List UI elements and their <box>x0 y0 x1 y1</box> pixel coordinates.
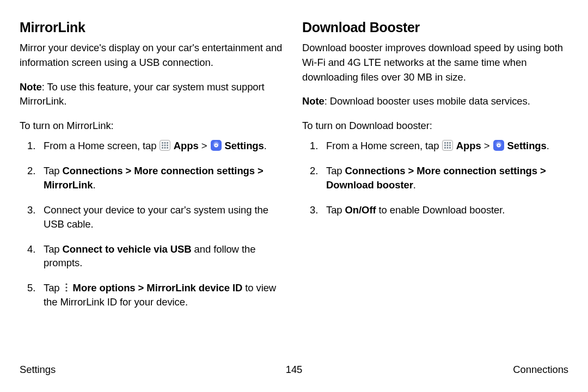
svg-point-11 <box>65 290 67 292</box>
svg-point-14 <box>450 142 451 144</box>
svg-point-5 <box>167 145 169 146</box>
svg-point-2 <box>167 142 169 144</box>
svg-point-7 <box>164 147 166 149</box>
svg-point-19 <box>447 147 449 149</box>
note-text: : To use this feature, your car system m… <box>20 81 265 107</box>
svg-point-13 <box>447 142 449 144</box>
page-number: 145 <box>286 364 303 376</box>
page-footer: Settings 145 Connections <box>20 364 568 376</box>
mirrorlink-intro: Mirror your device's display on your car… <box>20 41 286 70</box>
step-5: Tap More options > MirrorLink device ID … <box>20 281 286 309</box>
apps-icon <box>442 140 453 151</box>
settings-label: Settings <box>222 140 264 151</box>
download-booster-section: Download Booster Download booster improv… <box>302 20 568 320</box>
step-1: From a Home screen, tap Apps > Settings. <box>20 139 286 153</box>
apps-label: Apps <box>171 140 198 151</box>
more-options-icon <box>63 282 70 293</box>
svg-point-3 <box>162 145 164 146</box>
settings-icon <box>211 140 222 151</box>
step-4-action: Connect to vehicle via USB <box>63 243 192 255</box>
svg-point-17 <box>450 145 451 146</box>
svg-point-16 <box>447 145 449 146</box>
download-booster-steps: From a Home screen, tap Apps > Settings.… <box>302 139 568 217</box>
step-3: Connect your device to your car's system… <box>20 203 286 231</box>
svg-point-0 <box>162 142 164 144</box>
mirrorlink-steps: From a Home screen, tap Apps > Settings.… <box>20 139 286 309</box>
footer-left: Settings <box>20 364 56 376</box>
svg-point-10 <box>65 287 67 289</box>
svg-point-6 <box>162 147 164 149</box>
mirrorlink-section: MirrorLink Mirror your device's display … <box>20 20 286 320</box>
settings-label: Settings <box>505 140 547 151</box>
step-2: Tap Connections > More connection settin… <box>302 164 568 192</box>
step-5-action: More options > MirrorLink device ID <box>70 282 243 293</box>
step-3-action: On/Off <box>345 204 376 216</box>
note-label: Note <box>302 95 324 107</box>
step-3: Tap On/Off to enable Download booster. <box>302 203 568 217</box>
svg-point-20 <box>450 147 451 149</box>
svg-point-4 <box>164 145 166 146</box>
mirrorlink-lead: To turn on MirrorLink: <box>20 119 286 133</box>
footer-right: Connections <box>513 364 568 376</box>
mirrorlink-heading: MirrorLink <box>20 20 286 35</box>
download-booster-heading: Download Booster <box>302 20 568 35</box>
step-4: Tap Connect to vehicle via USB and follo… <box>20 242 286 271</box>
mirrorlink-note: Note: To use this feature, your car syst… <box>20 80 286 109</box>
svg-point-1 <box>164 142 166 144</box>
svg-point-9 <box>65 284 67 285</box>
note-label: Note <box>20 81 42 93</box>
download-booster-lead: To turn on Download booster: <box>302 119 568 133</box>
step-2: Tap Connections > More connection settin… <box>20 164 286 192</box>
download-booster-intro: Download booster improves download speed… <box>302 41 568 84</box>
download-booster-note: Note: Download booster uses mobile data … <box>302 94 568 109</box>
step-2-path: Connections > More connection settings >… <box>326 165 546 191</box>
apps-icon <box>160 140 170 151</box>
svg-point-18 <box>445 147 446 149</box>
svg-point-8 <box>167 147 169 149</box>
step-1: From a Home screen, tap Apps > Settings. <box>302 139 568 153</box>
step-2-path: Connections > More connection settings >… <box>44 165 264 191</box>
apps-label: Apps <box>454 140 481 151</box>
svg-point-12 <box>445 142 446 144</box>
settings-icon <box>493 140 504 151</box>
svg-point-15 <box>445 145 446 146</box>
note-text: : Download booster uses mobile data serv… <box>324 95 530 107</box>
